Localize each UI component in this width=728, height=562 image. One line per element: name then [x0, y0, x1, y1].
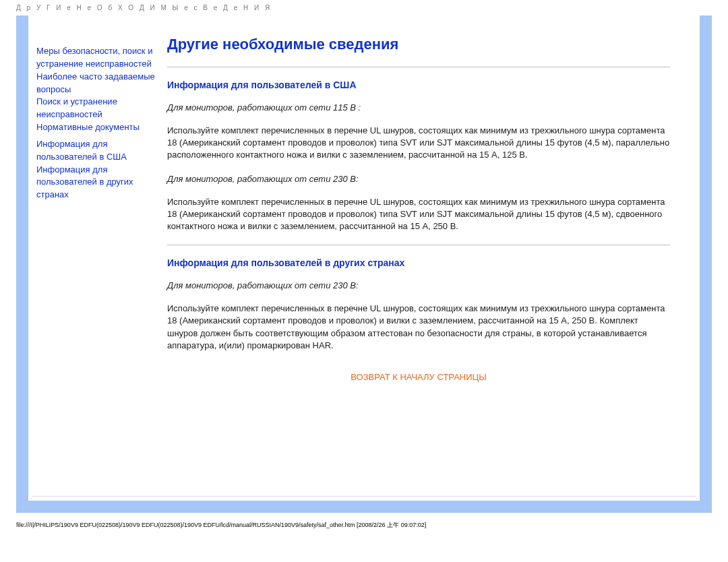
page-title: Другие необходимые сведения — [167, 36, 670, 53]
sidebar-block-2: Информация для пользователей в США Инфор… — [36, 138, 156, 201]
section-heading-other: Информация для пользователей в других ст… — [167, 257, 670, 268]
section1-body-115v: Используйте комплект перечисленных в пер… — [167, 125, 670, 162]
footer-path: file:///I|/PHILIPS/190V9 EDFU(022508)/19… — [0, 520, 728, 535]
section1-label-115v: Для мониторов, работающих от сети 115 В … — [167, 102, 670, 113]
sidebar-link-usa[interactable]: Информация для пользователей в США — [36, 139, 127, 162]
back-to-top-link[interactable]: ВОЗВРАТ К НАЧАЛУ СТРАНИЦЫ — [351, 372, 486, 382]
separator — [167, 245, 670, 245]
sidebar-link-other-countries[interactable]: Информация для пользователей в других ст… — [36, 164, 133, 200]
sidebar-link-regulatory[interactable]: Нормативные документы — [36, 122, 140, 132]
separator — [167, 67, 670, 67]
section2-body-230v: Используйте комплект перечисленных в пер… — [167, 303, 670, 352]
sidebar-link-troubleshoot[interactable]: Поиск и устранение неисправностей — [36, 96, 117, 119]
sidebar-block-1: Меры безопасности, поиск и устранение не… — [36, 45, 156, 134]
header-strip: Д р У Г И е Н е О б Х О Д И М Ы е с В е … — [0, 0, 728, 15]
main-content: Другие необходимые сведения Информация д… — [162, 18, 697, 498]
section2-label-230v: Для мониторов, работающих от сети 230 В: — [167, 280, 670, 290]
section-heading-usa: Информация для пользователей в США — [167, 80, 670, 90]
outer-frame: Меры безопасности, поиск и устранение не… — [16, 15, 712, 513]
sidebar: Меры безопасности, поиск и устранение не… — [31, 18, 162, 498]
section1-body-230v: Используйте комплект перечисленных в пер… — [167, 196, 670, 233]
inner-page: Меры безопасности, поиск и устранение не… — [28, 15, 700, 501]
back-to-top: ВОЗВРАТ К НАЧАЛУ СТРАНИЦЫ — [167, 372, 670, 382]
section1-label-230v: Для мониторов, работающих от сети 230 В: — [167, 174, 670, 184]
sidebar-link-safety[interactable]: Меры безопасности, поиск и устранение не… — [36, 46, 152, 69]
sidebar-link-faq[interactable]: Наиболее часто задаваемые вопросы — [36, 71, 155, 94]
